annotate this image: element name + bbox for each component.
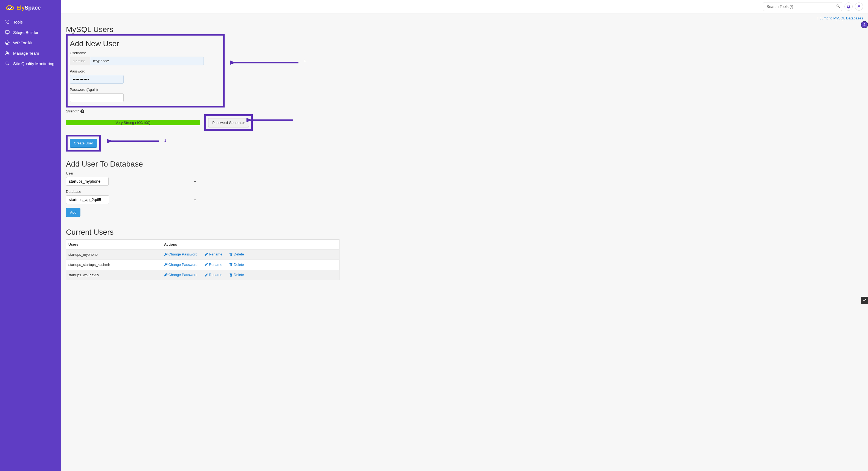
sidebar: ElySpace Tools Sitejet Builder WP Toolki… [0, 0, 61, 471]
page-title: MySQL Users [66, 25, 863, 34]
actions-cell: Change Password Rename Delete [162, 270, 339, 280]
password-again-input[interactable] [70, 93, 124, 102]
monitor-icon [5, 30, 10, 35]
nav-sitequality[interactable]: Site Quality Monitoring [0, 58, 61, 69]
nav-sitejet[interactable]: Sitejet Builder [0, 27, 61, 37]
magnifier-icon [5, 61, 10, 66]
rename-link[interactable]: Rename [205, 262, 222, 267]
nav-label: Sitejet Builder [13, 30, 38, 35]
actions-cell: Change Password Rename Delete [162, 259, 339, 270]
user-name-cell: startups_myphone [66, 249, 162, 260]
wrench-screwdriver-icon [5, 20, 10, 24]
add-user-to-db-button[interactable]: Add [66, 208, 81, 217]
user-name-cell: startups_startups_kashmir [66, 259, 162, 270]
database-select[interactable]: startups_wp_2qdl5 [66, 195, 109, 204]
add-user-to-db-heading: Add User To Database [66, 160, 863, 168]
nav-manageteam[interactable]: Manage Team [0, 48, 61, 58]
password-generator-button[interactable]: Password Generator [208, 118, 249, 127]
table-row: startups_myphone Change Password Rename … [66, 249, 340, 260]
annotation-label-2: 2 [164, 139, 166, 143]
add-new-user-highlight: Add New User Username startups_ Password [66, 34, 225, 107]
floating-stats-button[interactable] [861, 297, 868, 304]
search-input[interactable] [763, 2, 842, 11]
users-icon [5, 51, 10, 56]
col-actions: Actions [162, 240, 339, 249]
svg-point-3 [8, 52, 9, 53]
username-prefix: startups_ [70, 57, 90, 65]
cloud-logo-icon [5, 4, 15, 11]
svg-point-6 [858, 5, 860, 6]
svg-point-2 [6, 52, 8, 53]
rename-link[interactable]: Rename [205, 273, 222, 277]
strength-label: Strength i [66, 109, 863, 113]
jump-to-databases-link[interactable]: ↑ Jump to MySQL Databases [817, 16, 863, 20]
actions-cell: Change Password Rename Delete [162, 249, 339, 260]
user-select-label: User [66, 171, 863, 175]
add-new-user-heading: Add New User [70, 39, 221, 48]
nav-label: Site Quality Monitoring [13, 61, 55, 66]
info-icon[interactable]: i [81, 109, 84, 113]
brand-logo[interactable]: ElySpace [0, 4, 61, 17]
annotation-label-1: 1 [304, 59, 306, 63]
create-user-highlight: Create User [66, 135, 101, 152]
wordpress-icon [5, 40, 10, 45]
username-label: Username [70, 51, 221, 55]
change-password-link[interactable]: Change Password [164, 273, 197, 277]
user-name-cell: startups_wp_hav5v [66, 270, 162, 280]
annotation-arrow-1 [230, 59, 301, 67]
svg-point-5 [837, 5, 839, 7]
main: ↑ Jump to MySQL Databases 4 MySQL Users … [61, 0, 868, 471]
svg-rect-0 [5, 31, 9, 33]
password-strength-bar: Very Strong (100/100) [66, 120, 200, 125]
nav-wptoolkit[interactable]: WP Toolkit [0, 37, 61, 48]
col-users: Users [66, 240, 162, 249]
step-badge: 4 [861, 21, 868, 28]
nav-label: WP Toolkit [13, 40, 32, 45]
table-row: startups_wp_hav5v Change Password Rename… [66, 270, 340, 280]
delete-link[interactable]: Delete [229, 273, 244, 277]
rename-link[interactable]: Rename [205, 252, 222, 256]
nav-tools[interactable]: Tools [0, 17, 61, 27]
change-password-link[interactable]: Change Password [164, 262, 197, 267]
annotation-arrow-pwdgen [246, 117, 296, 124]
user-icon [857, 5, 861, 8]
create-user-button[interactable]: Create User [70, 139, 97, 148]
username-input[interactable] [90, 57, 204, 65]
chart-icon [863, 299, 866, 302]
change-password-link[interactable]: Change Password [164, 252, 197, 256]
svg-point-4 [6, 62, 8, 64]
user-select[interactable]: startups_myphone [66, 177, 108, 186]
notifications-button[interactable] [844, 2, 853, 11]
nav-label: Tools [13, 20, 23, 24]
delete-link[interactable]: Delete [229, 262, 244, 267]
current-users-heading: Current Users [66, 228, 863, 237]
topbar [61, 0, 868, 13]
nav-label: Manage Team [13, 51, 39, 56]
current-users-table: Users Actions startups_myphone Change Pa… [66, 239, 340, 280]
user-account-button[interactable] [855, 2, 863, 11]
database-select-label: Database [66, 190, 863, 194]
password-generator-highlight: Password Generator [204, 114, 253, 131]
search-icon[interactable] [836, 4, 840, 9]
annotation-arrow-2 [107, 137, 162, 145]
content: ↑ Jump to MySQL Databases 4 MySQL Users … [61, 13, 868, 291]
jump-link-row: ↑ Jump to MySQL Databases [66, 13, 863, 20]
password-label: Password [70, 69, 221, 73]
bell-icon [847, 5, 850, 8]
table-row: startups_startups_kashmir Change Passwor… [66, 259, 340, 270]
delete-link[interactable]: Delete [229, 252, 244, 256]
password-input[interactable] [70, 75, 124, 84]
search-box [763, 2, 842, 11]
password-again-label: Password (Again) [70, 88, 221, 92]
